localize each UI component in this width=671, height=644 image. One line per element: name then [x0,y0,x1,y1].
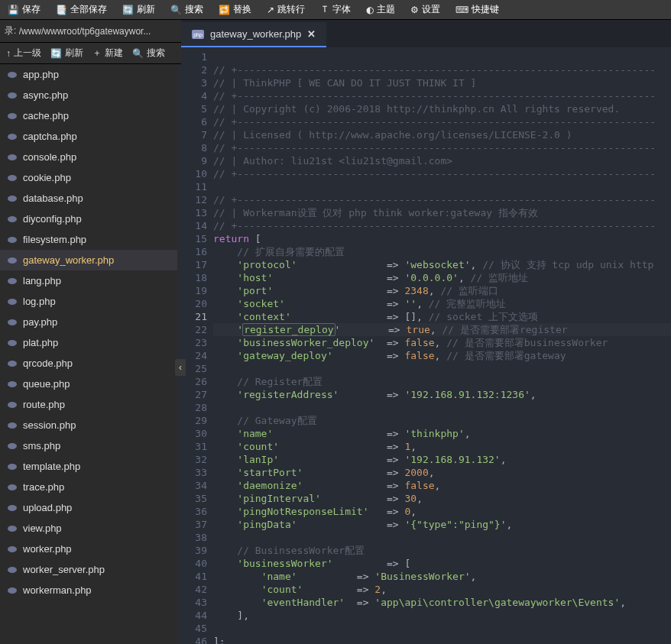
svg-point-11 [8,257,17,264]
toolbar-goto[interactable]: ↗跳转行 [259,0,313,19]
toolbar-label: 刷新 [137,3,155,16]
svg-point-20 [8,443,17,449]
php-file-icon [8,174,17,182]
file-item[interactable]: queue.php [0,374,177,394]
file-name: queue.php [23,378,70,390]
sub-label: 刷新 [65,47,83,60]
svg-point-24 [8,526,17,532]
php-file-icon [8,587,17,594]
file-item[interactable]: trace.php [0,477,177,497]
file-item[interactable]: sms.php [0,435,177,456]
file-item[interactable]: worker_server.php [0,559,177,580]
file-item[interactable]: worker.php [0,539,177,559]
sub-label: 新建 [105,47,123,60]
svg-point-26 [8,567,17,573]
file-name: cookie.php [23,172,71,183]
file-item[interactable]: upload.php [0,497,177,518]
php-file-icon [8,298,17,306]
php-file-icon [8,545,17,553]
file-item[interactable]: workerman.php [0,580,177,600]
php-file-icon [8,195,17,202]
file-item[interactable]: template.php [0,456,177,477]
svg-point-17 [8,381,17,387]
svg-point-22 [8,484,17,490]
file-item[interactable]: console.php [0,147,177,167]
php-file-icon [8,463,17,471]
sub-search[interactable]: 🔍搜索 [132,47,165,60]
gear-icon: ⚙ [410,5,419,15]
file-name: log.php [23,296,56,307]
php-file-icon [8,92,17,99]
toolbar-gear[interactable]: ⚙设置 [403,0,448,19]
toolbar-search[interactable]: 🔍搜索 [163,0,211,19]
code-content[interactable]: // +------------------------------------… [213,47,671,644]
svg-point-9 [8,216,17,222]
tab-bar: php gateway_worker.php ✕ [181,20,671,47]
line-gutter: 1234567891011121314151617181920212223242… [181,47,213,644]
svg-point-12 [8,278,17,284]
svg-point-19 [8,422,17,429]
tab-gateway-worker[interactable]: php gateway_worker.php ✕ [181,22,326,47]
toolbar-keyboard[interactable]: ⌨快捷键 [448,0,507,19]
svg-point-13 [8,299,17,305]
file-item[interactable]: session.php [0,415,177,435]
file-name: cache.php [23,110,69,121]
php-file-icon [8,566,17,574]
file-item[interactable]: view.php [0,518,177,539]
toolbar-label: 快捷键 [472,3,499,16]
sub-label: 搜索 [147,47,165,60]
save-icon: 💾 [8,5,19,15]
php-file-icon [8,525,17,532]
toolbar-theme[interactable]: ◐主题 [358,0,403,19]
svg-point-5 [8,134,17,140]
file-item[interactable]: gateway_worker.php [0,250,177,270]
file-name: worker.php [23,543,72,555]
php-file-icon [8,319,17,326]
toolbar-label: 设置 [422,3,440,16]
svg-point-21 [8,464,17,470]
file-name: lang.php [23,275,61,286]
toolbar-save[interactable]: 💾保存 [0,0,48,19]
file-item[interactable]: captcha.php [0,126,177,147]
sub-plus[interactable]: ＋新建 [92,47,123,60]
file-item[interactable]: filesystem.php [0,229,177,250]
close-icon[interactable]: ✕ [307,28,316,40]
php-file-icon [8,277,17,285]
toolbar-label: 替换 [233,3,251,16]
file-item[interactable]: app.php [0,64,177,85]
php-file-icon [8,504,17,512]
toolbar-replace[interactable]: 🔁替换 [211,0,259,19]
theme-icon: ◐ [366,5,374,15]
path-value: /www/wwwroot/tp6gatewaywor... [19,26,187,37]
file-item[interactable]: cookie.php [0,167,177,188]
path-prefix: 录: [5,24,16,37]
file-item[interactable]: cache.php [0,105,177,126]
php-file-icon [8,257,17,264]
file-item[interactable]: database.php [0,188,177,209]
file-item[interactable]: plat.php [0,332,177,353]
search-icon: 🔍 [132,48,144,59]
file-name: plat.php [23,337,58,348]
toolbar-label: 主题 [377,3,395,16]
toolbar-font[interactable]: Ｔ字体 [313,0,358,19]
file-item[interactable]: diyconfig.php [0,209,177,229]
file-name: qrcode.php [23,358,73,369]
file-item[interactable]: route.php [0,394,177,415]
svg-point-27 [8,587,17,594]
file-item[interactable]: pay.php [0,312,177,332]
svg-point-15 [8,340,17,346]
refresh-icon: 🔄 [122,5,134,15]
file-name: route.php [23,399,65,410]
svg-point-10 [8,237,17,243]
file-item[interactable]: lang.php [0,270,177,291]
toolbar-refresh[interactable]: 🔄刷新 [115,0,163,19]
toolbar-save-all[interactable]: 📑全部保存 [48,0,115,19]
sub-up[interactable]: ↑上一级 [6,47,41,60]
file-name: async.php [23,89,68,101]
file-item[interactable]: async.php [0,85,177,105]
file-item[interactable]: qrcode.php [0,353,177,374]
up-icon: ↑ [6,48,11,59]
sidebar-collapse-handle[interactable]: ‹ [175,359,186,376]
sub-refresh[interactable]: 🔄刷新 [50,47,83,60]
file-item[interactable]: log.php [0,291,177,312]
